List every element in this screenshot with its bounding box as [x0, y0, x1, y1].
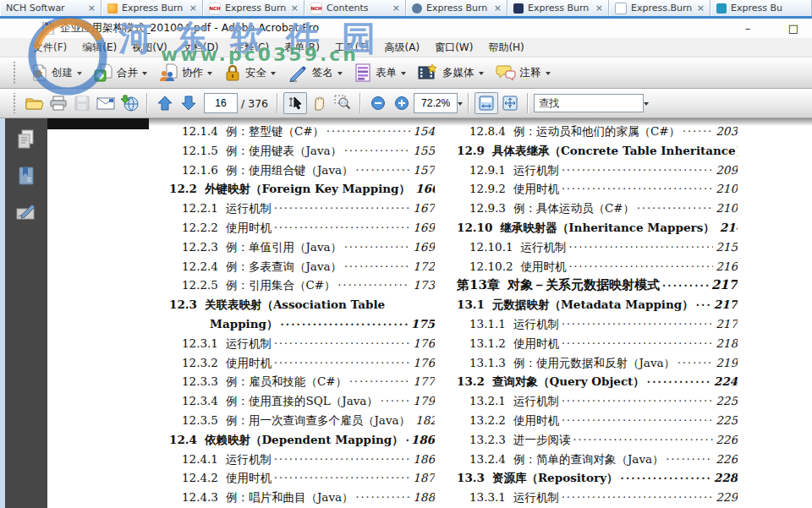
upload-web-button[interactable] [118, 92, 141, 114]
tab-close-icon[interactable]: × [291, 3, 299, 13]
toolbar-grip[interactable] [12, 62, 16, 83]
collaborate-button[interactable]: 协作 [153, 60, 218, 85]
toc-entry-page: 210 [716, 199, 738, 218]
previous-page-button[interactable] [153, 92, 177, 114]
toc-entry-title: 使用时机 [521, 257, 567, 276]
toc-entry-title: 例：单值引用（Java） [226, 238, 342, 257]
menu-item[interactable]: 注释(C) [226, 38, 277, 57]
toc-entry-row: 12.2.4例：多表查询（Java）······················… [169, 257, 435, 276]
forms-button[interactable]: 表单 [348, 60, 412, 85]
toc-entry-page: 226 [716, 450, 738, 469]
open-file-button[interactable] [23, 92, 47, 114]
select-tool-button[interactable] [283, 92, 307, 114]
browser-tab-8[interactable]: Express Bu [710, 0, 812, 16]
toc-entry-page: 179 [413, 391, 435, 411]
email-button[interactable] [94, 92, 118, 114]
window-title: 企业应用架构模式_201004.pdf - Adobe Acrobat Pro [60, 21, 319, 36]
toc-entry-row: 12.9.1运行机制······························… [457, 161, 738, 180]
sign-button[interactable]: 签名 [282, 60, 348, 85]
toc-column-right: 12.8.4例：运动员和他们的家属（C#）···················… [457, 122, 738, 507]
pages-icon [16, 128, 36, 154]
menu-item[interactable]: 视图(V) [124, 38, 175, 57]
secure-button[interactable]: 安全 [218, 60, 282, 85]
signatures-panel-button[interactable] [14, 202, 38, 226]
toc-entry-page: 228 [714, 468, 738, 488]
tab-close-icon[interactable]: × [697, 3, 705, 13]
browser-tab-label: Express Burn [122, 3, 183, 14]
menu-item[interactable]: 文档(D) [175, 38, 227, 57]
tab-close-icon[interactable]: × [494, 3, 502, 13]
create-icon [29, 63, 47, 82]
dropdown-caret-icon [337, 72, 343, 78]
multimedia-button[interactable]: 多媒体 [412, 60, 490, 85]
bookmarks-panel-button[interactable] [14, 166, 38, 189]
browser-tab-1[interactable]: NCH Softwar× [0, 0, 102, 16]
print-button[interactable] [47, 92, 70, 114]
tab-close-icon[interactable]: × [88, 3, 96, 13]
toc-entry-page: 218 [716, 334, 738, 353]
toolbar-separator [359, 93, 361, 113]
toc-entry-row: 13.2.3进一步阅读·····························… [457, 430, 738, 450]
pane-dark-corner [47, 118, 149, 129]
minimize-button[interactable]: – [736, 20, 760, 36]
pdf-document-icon [42, 22, 54, 35]
toc-dot-leader: ········································… [647, 373, 711, 391]
menu-item[interactable]: 编辑(E) [74, 38, 124, 57]
find-dropdown-caret[interactable] [644, 102, 649, 108]
toc-entry-number: 13.2.3 [469, 430, 506, 450]
create-button[interactable]: 创建 [23, 60, 88, 85]
menu-item[interactable]: 表单(R) [277, 38, 327, 57]
navy-tab-icon [513, 3, 524, 14]
fit-width-button[interactable] [475, 92, 498, 114]
toc-entry-row: 12.1.5例：使用键表（Java）······················… [169, 141, 435, 161]
toc-entry-row: 12.2.1运行机制······························… [169, 199, 435, 218]
toc-entry-title: 例：引用集合（C#） [226, 276, 336, 295]
hand-tool-button[interactable] [307, 92, 331, 114]
browser-tab-2[interactable]: Express Burn× [102, 0, 203, 16]
zoom-dropdown-caret[interactable] [458, 102, 463, 108]
toc-entry-page: 209 [716, 161, 738, 180]
menu-item[interactable]: 高级(A) [377, 38, 428, 57]
combine-button[interactable]: 合并 [88, 60, 153, 85]
toc-dot-leader: ········································… [274, 335, 410, 353]
acrobat-title-bar: 企业应用架构模式_201004.pdf - Adobe Acrobat Pro … [0, 19, 812, 39]
toolbar-grip[interactable] [12, 93, 16, 113]
zoom-in-button[interactable] [390, 92, 414, 114]
zoom-level-input[interactable] [414, 93, 458, 113]
browser-tab-6[interactable]: Express Burn× [508, 0, 609, 16]
toc-entry-row: 12.9.2使用时机······························… [457, 179, 738, 199]
menu-item[interactable]: 工具(T) [327, 38, 377, 57]
comment-button[interactable]: 注释 [490, 60, 557, 85]
toc-entry-row: 12.10.1运行机制·····························… [457, 238, 738, 257]
menu-item[interactable]: 窗口(W) [427, 38, 480, 57]
next-page-button[interactable] [177, 92, 200, 114]
browser-tab-4[interactable]: NCHContents× [304, 0, 406, 16]
toc-entry-title: 使用时机 [226, 218, 272, 238]
toc-entry-number: 12.1.4 [182, 122, 218, 141]
maximize-button[interactable]: □ [782, 20, 805, 36]
browser-tab-3[interactable]: NCHExpress Burn× [203, 0, 304, 16]
fit-page-button[interactable] [498, 92, 522, 114]
marquee-zoom-button[interactable] [331, 92, 354, 114]
toolbar-separator [146, 93, 148, 113]
toc-dot-leader: ········································… [381, 392, 410, 411]
page-number-input[interactable] [204, 93, 238, 113]
menu-item[interactable]: 帮助(H) [480, 38, 531, 57]
browser-tab-label: Express Bu [731, 3, 782, 14]
toc-entry-title: Mapping） [210, 314, 277, 334]
pages-panel-button[interactable] [14, 129, 38, 153]
toc-entry-title: 例：唱片和曲目（Java） [226, 488, 354, 507]
tab-close-icon[interactable]: × [392, 3, 400, 13]
toc-entry-page: 215 [716, 238, 738, 257]
find-input[interactable] [534, 94, 644, 112]
toc-entry-row: 12.1.4例：整型键（C#）·························… [169, 122, 435, 141]
create-label: 创建 [52, 66, 73, 80]
toc-entry-row: 12.1.6例：使用组合键（Java）·····················… [169, 161, 435, 180]
zoom-out-button[interactable] [366, 92, 390, 114]
tab-close-icon[interactable]: × [189, 3, 197, 13]
toc-entry-row: 12.3.3例：雇员和技能（C#）·······················… [169, 372, 435, 391]
browser-tab-5[interactable]: Express Burn× [406, 0, 508, 16]
menu-item[interactable]: 文件(F) [25, 38, 74, 57]
tab-close-icon[interactable]: × [595, 3, 603, 13]
browser-tab-7[interactable]: Express.Burn× [609, 0, 710, 16]
